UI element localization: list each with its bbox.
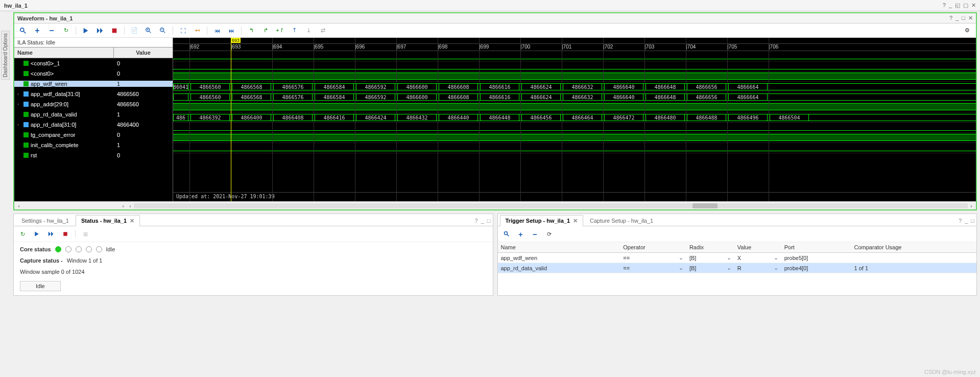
tab-settings[interactable]: Settings - hw_ila_1 bbox=[16, 215, 75, 226]
signal-type-icon bbox=[23, 153, 29, 158]
waveform-panel: Waveform - hw_ila_1 ? _ □ ✕ + − ↻ 📄 ⛶ ↤ … bbox=[13, 12, 977, 210]
refresh-icon[interactable]: ↻ bbox=[61, 26, 70, 35]
minimize-icon[interactable]: _ bbox=[949, 2, 952, 9]
tab-capture-setup[interactable]: Capture Setup - hw_ila_1 bbox=[584, 215, 659, 226]
col-operator[interactable]: Operator bbox=[620, 242, 686, 253]
restore-icon[interactable]: ◱ bbox=[955, 2, 960, 9]
signal-row[interactable]: app_wdf_wren1 bbox=[14, 79, 173, 89]
col-value[interactable]: Value bbox=[734, 242, 781, 253]
trigger-row[interactable]: app_rd_data_valid==[B]Rprobe4[0]1 of 1 bbox=[498, 263, 977, 273]
signal-row[interactable]: ›app_wdf_data[31:0]4866560 bbox=[14, 89, 173, 99]
configure-icon[interactable]: ⟳ bbox=[545, 229, 554, 239]
dashboard-options-tab[interactable]: Dashboard Options bbox=[1, 31, 10, 80]
zoom-out-icon[interactable] bbox=[158, 26, 168, 35]
col-radix[interactable]: Radix bbox=[686, 242, 734, 253]
minus-icon[interactable]: − bbox=[47, 26, 56, 35]
scroll-left-icon[interactable]: ‹ bbox=[127, 203, 134, 209]
next-marker-icon[interactable]: ⤓ bbox=[304, 26, 313, 35]
help-icon[interactable]: ? bbox=[943, 2, 946, 9]
svg-marker-13 bbox=[35, 232, 39, 237]
signal-name: <const0>_1 bbox=[31, 60, 60, 66]
dropdown[interactable]: [B] bbox=[689, 265, 731, 271]
horizontal-scrollbar[interactable]: ‹ › ‹ › bbox=[14, 201, 976, 209]
signal-row[interactable]: app_rd_data_valid1 bbox=[14, 109, 173, 120]
plus-icon[interactable]: + bbox=[516, 229, 525, 239]
signal-row[interactable]: tg_compare_error0 bbox=[14, 130, 173, 140]
maximize-icon[interactable]: □ bbox=[971, 218, 974, 224]
close-icon[interactable]: ✕ bbox=[971, 2, 976, 9]
signal-row[interactable]: rst0 bbox=[14, 150, 173, 160]
capture-status-label: Capture status - bbox=[20, 257, 63, 264]
fast-forward-icon[interactable] bbox=[46, 229, 56, 239]
status-dot bbox=[65, 246, 71, 252]
go-to-cursor-icon[interactable]: ↤ bbox=[193, 26, 202, 35]
signal-row[interactable]: init_calib_complete1 bbox=[14, 140, 173, 150]
signal-name: app_wdf_wren bbox=[31, 81, 67, 87]
stop-icon[interactable] bbox=[61, 229, 70, 239]
ila-status: ILA Status: Idle bbox=[14, 38, 173, 48]
tab-trigger-setup[interactable]: Trigger Setup - hw_ila_1✕ bbox=[500, 215, 584, 226]
core-status-value: Idle bbox=[106, 246, 115, 252]
scroll-thumb[interactable] bbox=[692, 203, 718, 208]
dropdown[interactable]: == bbox=[623, 265, 683, 271]
signal-row[interactable]: <const0>0 bbox=[14, 68, 173, 79]
close-icon[interactable]: ✕ bbox=[130, 218, 134, 224]
dropdown[interactable]: X bbox=[737, 254, 778, 261]
export-icon[interactable]: 📄 bbox=[130, 26, 139, 35]
signal-row[interactable]: ›app_addr[29:0]4866560 bbox=[14, 99, 173, 109]
name-column-header[interactable]: Name bbox=[14, 48, 114, 58]
swap-icon[interactable]: ⇄ bbox=[318, 26, 327, 35]
refresh-icon[interactable]: ↻ bbox=[18, 229, 27, 239]
expand-icon[interactable]: › bbox=[17, 122, 21, 127]
maximize-icon[interactable]: □ bbox=[962, 15, 965, 21]
next-edge-icon[interactable]: ↱ bbox=[261, 26, 270, 35]
help-icon[interactable]: ? bbox=[949, 15, 952, 21]
help-icon[interactable]: ? bbox=[475, 218, 478, 224]
close-icon[interactable]: ✕ bbox=[968, 15, 973, 21]
gear-icon[interactable]: ⚙ bbox=[963, 26, 972, 35]
cursor-line[interactable] bbox=[231, 38, 231, 201]
zoom-fit-icon[interactable]: ⛶ bbox=[178, 26, 187, 35]
col-port[interactable]: Port bbox=[781, 242, 851, 253]
scroll-left-icon[interactable]: ‹ bbox=[15, 203, 22, 209]
search-icon[interactable] bbox=[18, 26, 28, 35]
help-icon[interactable]: ? bbox=[959, 218, 962, 224]
plus-icon[interactable]: + bbox=[33, 26, 42, 35]
scroll-right-icon[interactable]: › bbox=[119, 203, 127, 209]
expand-icon[interactable]: › bbox=[17, 91, 21, 97]
scroll-right-icon[interactable]: › bbox=[968, 203, 975, 209]
signal-row[interactable]: ›app_rd_data[31:0]4866400 bbox=[14, 120, 173, 130]
minus-icon[interactable]: − bbox=[531, 229, 540, 239]
value-column-header[interactable]: Value bbox=[114, 48, 173, 58]
col-name[interactable]: Name bbox=[498, 242, 620, 253]
layout-icon[interactable]: ⊞ bbox=[81, 229, 90, 239]
fast-forward-icon[interactable] bbox=[95, 26, 105, 35]
stop-icon[interactable] bbox=[110, 26, 119, 35]
maximize-icon[interactable]: □ bbox=[487, 218, 491, 224]
play-icon[interactable] bbox=[32, 229, 41, 239]
expand-icon[interactable]: › bbox=[17, 102, 21, 107]
add-marker-icon[interactable]: +↾ bbox=[275, 26, 284, 35]
minimize-icon[interactable]: _ bbox=[481, 218, 484, 224]
last-icon[interactable]: ⏭ bbox=[227, 26, 236, 35]
col-comparator[interactable]: Comparator Usage bbox=[851, 242, 976, 253]
maximize-icon[interactable]: ▢ bbox=[963, 2, 968, 9]
signal-name: app_rd_data_valid bbox=[31, 111, 77, 117]
dropdown[interactable]: == bbox=[623, 254, 683, 261]
play-icon[interactable] bbox=[81, 26, 90, 35]
dropdown[interactable]: [B] bbox=[689, 254, 731, 261]
dropdown[interactable]: R bbox=[737, 265, 778, 271]
search-icon[interactable] bbox=[502, 229, 511, 239]
zoom-in-icon[interactable] bbox=[144, 26, 153, 35]
trigger-row[interactable]: app_wdf_wren==[B]Xprobe5[0] bbox=[498, 253, 977, 263]
idle-button[interactable]: Idle bbox=[20, 281, 61, 291]
first-icon[interactable]: ⏮ bbox=[212, 26, 222, 35]
waveform-view[interactable]: 693 |692|693|694|695|696|697|698|699|700… bbox=[173, 38, 976, 201]
prev-edge-icon[interactable]: ↰ bbox=[247, 26, 256, 35]
minimize-icon[interactable]: _ bbox=[965, 218, 968, 224]
signal-row[interactable]: <const0>_10 bbox=[14, 58, 173, 68]
minimize-icon[interactable]: _ bbox=[955, 15, 959, 21]
prev-marker-icon[interactable]: ⤒ bbox=[290, 26, 299, 35]
close-icon[interactable]: ✕ bbox=[573, 218, 578, 224]
tab-status[interactable]: Status - hw_ila_1✕ bbox=[76, 215, 140, 226]
